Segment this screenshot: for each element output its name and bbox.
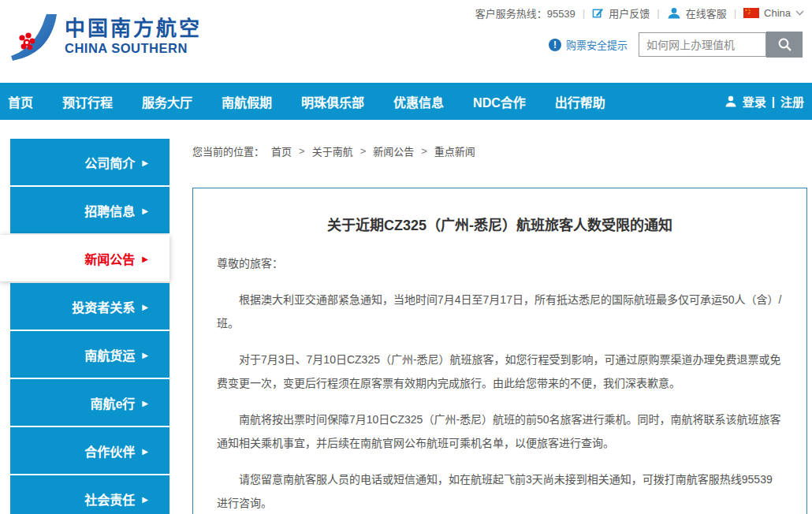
sidebar-item[interactable]: 合作伙伴▶ bbox=[10, 427, 169, 474]
main-nav-items: 首页预订行程服务大厅南航假期明珠俱乐部优惠信息NDC合作出行帮助 bbox=[8, 92, 605, 111]
sidebar-item-label: 投资者关系 bbox=[72, 297, 135, 316]
feedback-label: 用户反馈 bbox=[609, 6, 650, 20]
breadcrumb-prefix: 您当前的位置： bbox=[192, 143, 264, 158]
brand-name: 中国南方航空 CHINA SOUTHERN bbox=[65, 17, 202, 56]
region-label: China bbox=[764, 7, 791, 19]
article-paragraph: 请您留意南航客服人员的电话或短信通知，如在航班起飞前3天尚未接到相关通知，可拨打… bbox=[217, 467, 783, 514]
article-body: 根据澳大利亚交通部紧急通知，当地时间7月4日至7月17日，所有抵达悉尼的国际航班… bbox=[217, 288, 783, 514]
china-flag-icon bbox=[743, 8, 759, 18]
sidebar-item-label: 社会责任 bbox=[84, 490, 135, 508]
search-area: ! 购票安全提示 bbox=[549, 32, 803, 58]
sidebar-item[interactable]: 社会责任▶ bbox=[10, 475, 169, 514]
article-paragraph: 对于7月3日、7月10日CZ325（广州-悉尼）航班旅客，如您行程受到影响，可通… bbox=[217, 348, 783, 395]
customer-service-icon bbox=[667, 7, 681, 19]
sidebar-item[interactable]: 公司简介▶ bbox=[10, 139, 169, 185]
nav-item[interactable]: 服务大厅 bbox=[142, 92, 192, 111]
arrow-right-icon: ▶ bbox=[142, 398, 148, 408]
breadcrumb-item[interactable]: 首页 bbox=[271, 143, 292, 158]
divider: | bbox=[657, 7, 659, 19]
page: 中国南方航空 CHINA SOUTHERN 客户服务热线：95539 | 用户反… bbox=[0, 0, 812, 514]
account-area: 登录 | 注册 bbox=[724, 93, 804, 110]
register-link[interactable]: 注册 bbox=[780, 93, 804, 110]
sidebar-item[interactable]: 南航e行▶ bbox=[10, 379, 169, 426]
arrow-right-icon: ▶ bbox=[142, 158, 148, 167]
nav-item[interactable]: 首页 bbox=[8, 92, 33, 111]
article-paragraph: 根据澳大利亚交通部紧急通知，当地时间7月4日至7月17日，所有抵达悉尼的国际航班… bbox=[217, 288, 783, 335]
login-link[interactable]: 登录 bbox=[743, 93, 766, 110]
nav-item[interactable]: NDC合作 bbox=[473, 92, 526, 111]
sidebar-item[interactable]: 新闻公告▶ bbox=[0, 235, 169, 281]
breadcrumb-separator: > bbox=[360, 145, 367, 157]
site-header: 中国南方航空 CHINA SOUTHERN 客户服务热线：95539 | 用户反… bbox=[0, 0, 812, 83]
main-nav: 首页预订行程服务大厅南航假期明珠俱乐部优惠信息NDC合作出行帮助 登录 | 注册 bbox=[0, 83, 812, 120]
sidebar-item-label: 招聘信息 bbox=[84, 201, 135, 220]
nav-item[interactable]: 预订行程 bbox=[62, 92, 113, 111]
sidebar: 公司简介▶招聘信息▶新闻公告▶投资者关系▶南航货运▶南航e行▶合作伙伴▶社会责任… bbox=[0, 139, 169, 514]
arrow-right-icon: ▶ bbox=[142, 446, 148, 456]
search-button[interactable] bbox=[766, 32, 803, 58]
sidebar-item-label: 南航货运 bbox=[84, 345, 135, 364]
article-title: 关于近期CZ325（广州-悉尼）航班旅客人数受限的通知 bbox=[217, 214, 783, 234]
sidebar-item-label: 南航e行 bbox=[90, 393, 135, 412]
alert-exclamation-icon: ! bbox=[549, 39, 561, 51]
nav-item[interactable]: 南航假期 bbox=[222, 92, 272, 111]
nav-item[interactable]: 明珠俱乐部 bbox=[301, 92, 364, 111]
breadcrumb-item: 重点新闻 bbox=[434, 143, 475, 158]
article-salutation: 尊敬的旅客： bbox=[217, 251, 783, 275]
sidebar-item[interactable]: 南航货运▶ bbox=[10, 331, 169, 378]
breadcrumb: 您当前的位置： 首页>关于南航>新闻公告>重点新闻 bbox=[192, 143, 807, 158]
article-box: 关于近期CZ325（广州-悉尼）航班旅客人数受限的通知 尊敬的旅客： 根据澳大利… bbox=[192, 188, 807, 514]
sidebar-item[interactable]: 投资者关系▶ bbox=[10, 283, 169, 330]
breadcrumb-separator: > bbox=[299, 145, 305, 157]
ticket-safety-tip-link[interactable]: ! 购票安全提示 bbox=[549, 37, 628, 52]
arrow-right-icon: ▶ bbox=[142, 206, 148, 215]
sidebar-item[interactable]: 招聘信息▶ bbox=[10, 187, 169, 233]
brand-name-en: CHINA SOUTHERN bbox=[65, 40, 202, 56]
airline-tail-logo-icon bbox=[6, 11, 58, 61]
online-service-label: 在线客服 bbox=[686, 6, 727, 20]
sidebar-item-label: 新闻公告 bbox=[84, 249, 135, 268]
sidebar-item-label: 合作伙伴 bbox=[84, 441, 135, 460]
user-icon bbox=[724, 95, 737, 107]
arrow-right-icon: ▶ bbox=[142, 350, 148, 359]
nav-item[interactable]: 优惠信息 bbox=[393, 92, 444, 111]
arrow-right-icon: ▶ bbox=[142, 254, 148, 263]
breadcrumb-separator: > bbox=[421, 145, 427, 157]
main-column: 您当前的位置： 首页>关于南航>新闻公告>重点新闻 关于近期CZ325（广州-悉… bbox=[192, 120, 807, 514]
ticket-safety-tip-label: 购票安全提示 bbox=[566, 37, 628, 52]
breadcrumb-item[interactable]: 新闻公告 bbox=[373, 143, 414, 158]
online-service-link[interactable]: 在线客服 bbox=[667, 6, 727, 20]
nav-item[interactable]: 出行帮助 bbox=[555, 92, 605, 111]
brand-name-cn: 中国南方航空 bbox=[65, 17, 202, 40]
divider: | bbox=[734, 7, 736, 19]
region-selector[interactable]: China bbox=[743, 7, 804, 19]
breadcrumb-item[interactable]: 关于南航 bbox=[312, 143, 353, 158]
divider: | bbox=[772, 95, 775, 108]
feedback-link[interactable]: 用户反馈 bbox=[592, 6, 650, 20]
utility-bar: 客户服务热线：95539 | 用户反馈 | bbox=[475, 6, 804, 20]
chevron-down-icon bbox=[795, 10, 804, 16]
search-icon bbox=[777, 37, 792, 52]
hotline-text: 客户服务热线：95539 bbox=[475, 6, 575, 20]
divider: | bbox=[583, 7, 585, 19]
brand-logo[interactable]: 中国南方航空 CHINA SOUTHERN bbox=[6, 11, 202, 61]
arrow-right-icon: ▶ bbox=[142, 494, 148, 504]
content-area: 公司简介▶招聘信息▶新闻公告▶投资者关系▶南航货运▶南航e行▶合作伙伴▶社会责任… bbox=[0, 120, 812, 514]
sidebar-item-label: 公司简介 bbox=[84, 153, 135, 172]
article-paragraph: 南航将按出票时间保障7月10日CZ325（广州-悉尼）航班的前50名旅客进行乘机… bbox=[217, 408, 783, 455]
search-input[interactable] bbox=[639, 32, 766, 57]
arrow-right-icon: ▶ bbox=[142, 302, 148, 311]
feedback-edit-icon bbox=[592, 7, 604, 19]
